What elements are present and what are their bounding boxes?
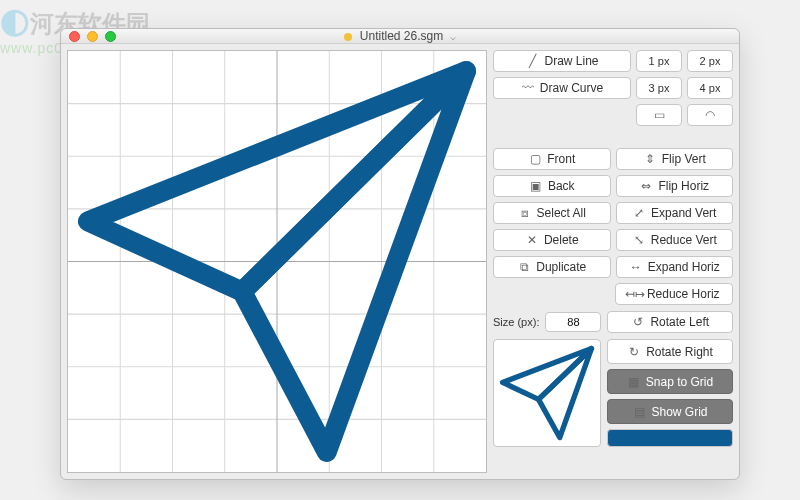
select-all-button[interactable]: ⧈ Select All bbox=[493, 202, 611, 224]
size-input[interactable] bbox=[545, 312, 601, 332]
draw-line-button[interactable]: ╱ Draw Line bbox=[493, 50, 631, 72]
window-title: Untitled 26.sgm ⌵ bbox=[61, 29, 739, 43]
draw-curve-button[interactable]: 〰 Draw Curve bbox=[493, 77, 631, 99]
reduce-vert-button[interactable]: ⤡ Reduce Vert bbox=[616, 229, 734, 251]
show-grid-button[interactable]: ▤ Show Grid bbox=[607, 399, 733, 424]
stroke-4px-button[interactable]: 4 px bbox=[687, 77, 733, 99]
title-chevron-icon[interactable]: ⌵ bbox=[450, 31, 456, 42]
reduce-vert-icon: ⤡ bbox=[632, 233, 646, 247]
rotate-right-button[interactable]: ↻ Rotate Right bbox=[607, 339, 733, 364]
flip-horiz-icon: ⇔ bbox=[639, 179, 653, 193]
duplicate-button[interactable]: ⧉ Duplicate bbox=[493, 256, 611, 278]
reduce-horiz-icon: ↤↦ bbox=[628, 287, 642, 301]
curve-icon: 〰 bbox=[521, 81, 535, 95]
stroke-2px-button[interactable]: 2 px bbox=[687, 50, 733, 72]
canvas[interactable] bbox=[67, 50, 487, 473]
expand-horiz-icon: ↔ bbox=[629, 260, 643, 274]
tool-sidebar: ╱ Draw Line 1 px 2 px 〰 Draw Curve 3 px … bbox=[493, 50, 733, 473]
rotate-left-icon: ↺ bbox=[631, 315, 645, 329]
stroke-1px-button[interactable]: 1 px bbox=[636, 50, 682, 72]
duplicate-icon: ⧉ bbox=[517, 260, 531, 274]
flip-horiz-button[interactable]: ⇔ Flip Horiz bbox=[616, 175, 734, 197]
delete-button[interactable]: ✕ Delete bbox=[493, 229, 611, 251]
front-button[interactable]: ▢ Front bbox=[493, 148, 611, 170]
front-icon: ▢ bbox=[528, 152, 542, 166]
size-label: Size (px): bbox=[493, 316, 539, 328]
snap-icon: ▦ bbox=[627, 375, 641, 389]
flip-vert-button[interactable]: ⇕ Flip Vert bbox=[616, 148, 734, 170]
flip-vert-icon: ⇕ bbox=[643, 152, 657, 166]
expand-horiz-button[interactable]: ↔ Expand Horiz bbox=[616, 256, 734, 278]
back-icon: ▣ bbox=[529, 179, 543, 193]
rotate-right-icon: ↻ bbox=[627, 345, 641, 359]
line-icon: ╱ bbox=[525, 54, 539, 68]
cap-round-button[interactable]: ◠ bbox=[687, 104, 733, 126]
back-button[interactable]: ▣ Back bbox=[493, 175, 611, 197]
expand-vert-button[interactable]: ⤢ Expand Vert bbox=[616, 202, 734, 224]
preview bbox=[493, 339, 601, 447]
color-swatch[interactable] bbox=[607, 429, 733, 447]
reduce-horiz-button[interactable]: ↤↦ Reduce Horiz bbox=[615, 283, 734, 305]
app-window: Untitled 26.sgm ⌵ bbox=[60, 28, 740, 480]
grid-icon: ▤ bbox=[632, 405, 646, 419]
square-cap-icon: ▭ bbox=[652, 108, 666, 122]
titlebar: Untitled 26.sgm ⌵ bbox=[61, 29, 739, 44]
rotate-left-button[interactable]: ↺ Rotate Left bbox=[607, 311, 733, 333]
round-cap-icon: ◠ bbox=[703, 108, 717, 122]
unsaved-dot-icon bbox=[344, 33, 352, 41]
delete-icon: ✕ bbox=[525, 233, 539, 247]
expand-vert-icon: ⤢ bbox=[632, 206, 646, 220]
stroke-3px-button[interactable]: 3 px bbox=[636, 77, 682, 99]
snap-to-grid-button[interactable]: ▦ Snap to Grid bbox=[607, 369, 733, 394]
select-all-icon: ⧈ bbox=[518, 206, 532, 220]
cap-butt-button[interactable]: ▭ bbox=[636, 104, 682, 126]
